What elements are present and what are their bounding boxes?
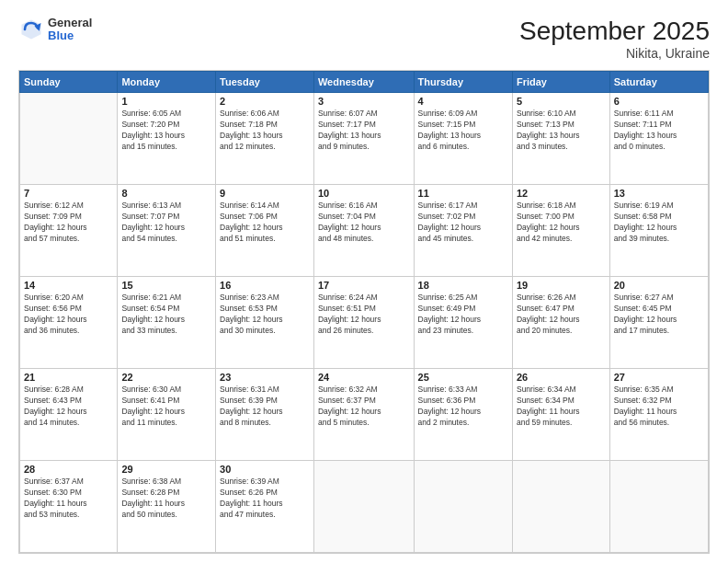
day-info: Sunrise: 6:38 AMSunset: 6:28 PMDaylight:…	[121, 477, 211, 521]
calendar-cell: 26Sunrise: 6:34 AMSunset: 6:34 PMDayligh…	[512, 369, 609, 461]
day-number: 5	[517, 96, 606, 107]
day-number: 4	[418, 96, 508, 107]
day-number: 29	[121, 464, 211, 475]
calendar-cell: 22Sunrise: 6:30 AMSunset: 6:41 PMDayligh…	[118, 369, 216, 461]
day-info: Sunrise: 6:14 AMSunset: 7:06 PMDaylight:…	[220, 201, 310, 245]
column-header-wednesday: Wednesday	[313, 72, 414, 93]
calendar-cell: 2Sunrise: 6:06 AMSunset: 7:18 PMDaylight…	[216, 93, 314, 185]
column-header-tuesday: Tuesday	[216, 72, 314, 93]
day-number: 11	[418, 188, 508, 199]
calendar-cell: 7Sunrise: 6:12 AMSunset: 7:09 PMDaylight…	[20, 185, 118, 277]
logo: General Blue	[18, 17, 92, 43]
day-info: Sunrise: 6:37 AMSunset: 6:30 PMDaylight:…	[24, 477, 113, 521]
day-info: Sunrise: 6:30 AMSunset: 6:41 PMDaylight:…	[121, 385, 211, 429]
day-number: 26	[517, 372, 606, 383]
day-info: Sunrise: 6:06 AMSunset: 7:18 PMDaylight:…	[220, 109, 310, 153]
day-info: Sunrise: 6:26 AMSunset: 6:47 PMDaylight:…	[517, 293, 606, 337]
column-header-monday: Monday	[118, 72, 216, 93]
calendar-cell: 11Sunrise: 6:17 AMSunset: 7:02 PMDayligh…	[414, 185, 512, 277]
day-info: Sunrise: 6:27 AMSunset: 6:45 PMDaylight:…	[614, 293, 704, 337]
title-block: September 2025 Nikita, Ukraine	[519, 17, 710, 61]
day-info: Sunrise: 6:16 AMSunset: 7:04 PMDaylight:…	[318, 201, 410, 245]
week-row-5: 28Sunrise: 6:37 AMSunset: 6:30 PMDayligh…	[20, 461, 709, 553]
day-number: 14	[24, 280, 113, 291]
calendar-cell: 3Sunrise: 6:07 AMSunset: 7:17 PMDaylight…	[313, 93, 414, 185]
day-number: 25	[418, 372, 508, 383]
calendar-cell: 15Sunrise: 6:21 AMSunset: 6:54 PMDayligh…	[118, 277, 216, 369]
calendar-cell	[512, 461, 609, 553]
calendar-cell: 28Sunrise: 6:37 AMSunset: 6:30 PMDayligh…	[20, 461, 118, 553]
column-header-saturday: Saturday	[609, 72, 708, 93]
day-number: 8	[121, 188, 211, 199]
day-info: Sunrise: 6:31 AMSunset: 6:39 PMDaylight:…	[220, 385, 310, 429]
day-info: Sunrise: 6:21 AMSunset: 6:54 PMDaylight:…	[121, 293, 211, 337]
page: General Blue September 2025 Nikita, Ukra…	[0, 0, 728, 563]
calendar-cell: 23Sunrise: 6:31 AMSunset: 6:39 PMDayligh…	[216, 369, 314, 461]
day-number: 2	[220, 96, 310, 107]
calendar-cell: 24Sunrise: 6:32 AMSunset: 6:37 PMDayligh…	[313, 369, 414, 461]
calendar-cell: 4Sunrise: 6:09 AMSunset: 7:15 PMDaylight…	[414, 93, 512, 185]
calendar-cell	[609, 461, 708, 553]
day-number: 24	[318, 372, 410, 383]
header: General Blue September 2025 Nikita, Ukra…	[18, 17, 710, 61]
logo-icon	[18, 17, 44, 42]
calendar-cell: 9Sunrise: 6:14 AMSunset: 7:06 PMDaylight…	[216, 185, 314, 277]
day-info: Sunrise: 6:35 AMSunset: 6:32 PMDaylight:…	[614, 385, 704, 429]
calendar-cell: 25Sunrise: 6:33 AMSunset: 6:36 PMDayligh…	[414, 369, 512, 461]
calendar-table: SundayMondayTuesdayWednesdayThursdayFrid…	[19, 71, 709, 553]
day-number: 12	[517, 188, 606, 199]
day-number: 21	[24, 372, 113, 383]
calendar-cell	[20, 93, 118, 185]
calendar-cell	[414, 461, 512, 553]
day-info: Sunrise: 6:12 AMSunset: 7:09 PMDaylight:…	[24, 201, 113, 245]
day-info: Sunrise: 6:23 AMSunset: 6:53 PMDaylight:…	[220, 293, 310, 337]
calendar-cell: 5Sunrise: 6:10 AMSunset: 7:13 PMDaylight…	[512, 93, 609, 185]
day-info: Sunrise: 6:39 AMSunset: 6:26 PMDaylight:…	[220, 477, 310, 521]
calendar-cell	[313, 461, 414, 553]
day-info: Sunrise: 6:32 AMSunset: 6:37 PMDaylight:…	[318, 385, 410, 429]
column-header-friday: Friday	[512, 72, 609, 93]
day-info: Sunrise: 6:25 AMSunset: 6:49 PMDaylight:…	[418, 293, 508, 337]
calendar-cell: 16Sunrise: 6:23 AMSunset: 6:53 PMDayligh…	[216, 277, 314, 369]
calendar-cell: 10Sunrise: 6:16 AMSunset: 7:04 PMDayligh…	[313, 185, 414, 277]
day-number: 23	[220, 372, 310, 383]
day-number: 16	[220, 280, 310, 291]
day-info: Sunrise: 6:13 AMSunset: 7:07 PMDaylight:…	[121, 201, 211, 245]
day-info: Sunrise: 6:19 AMSunset: 6:58 PMDaylight:…	[614, 201, 704, 245]
calendar-cell: 14Sunrise: 6:20 AMSunset: 6:56 PMDayligh…	[20, 277, 118, 369]
logo-general: General	[48, 17, 92, 29]
day-info: Sunrise: 6:09 AMSunset: 7:15 PMDaylight:…	[418, 109, 508, 153]
calendar-title: September 2025	[519, 17, 710, 46]
day-number: 22	[121, 372, 211, 383]
day-number: 6	[614, 96, 704, 107]
week-row-3: 14Sunrise: 6:20 AMSunset: 6:56 PMDayligh…	[20, 277, 709, 369]
day-number: 15	[121, 280, 211, 291]
day-number: 27	[614, 372, 704, 383]
day-info: Sunrise: 6:10 AMSunset: 7:13 PMDaylight:…	[517, 109, 606, 153]
calendar: SundayMondayTuesdayWednesdayThursdayFrid…	[18, 70, 710, 554]
day-info: Sunrise: 6:34 AMSunset: 6:34 PMDaylight:…	[517, 385, 606, 429]
calendar-cell: 20Sunrise: 6:27 AMSunset: 6:45 PMDayligh…	[609, 277, 708, 369]
day-number: 28	[24, 464, 113, 475]
day-number: 13	[614, 188, 704, 199]
calendar-cell: 21Sunrise: 6:28 AMSunset: 6:43 PMDayligh…	[20, 369, 118, 461]
day-info: Sunrise: 6:17 AMSunset: 7:02 PMDaylight:…	[418, 201, 508, 245]
day-number: 9	[220, 188, 310, 199]
calendar-body: 1Sunrise: 6:05 AMSunset: 7:20 PMDaylight…	[20, 93, 709, 553]
calendar-cell: 18Sunrise: 6:25 AMSunset: 6:49 PMDayligh…	[414, 277, 512, 369]
column-header-sunday: Sunday	[20, 72, 118, 93]
column-header-thursday: Thursday	[414, 72, 512, 93]
day-number: 20	[614, 280, 704, 291]
day-info: Sunrise: 6:18 AMSunset: 7:00 PMDaylight:…	[517, 201, 606, 245]
day-number: 19	[517, 280, 606, 291]
day-info: Sunrise: 6:24 AMSunset: 6:51 PMDaylight:…	[318, 293, 410, 337]
day-number: 3	[318, 96, 410, 107]
logo-blue: Blue	[48, 29, 92, 42]
calendar-subtitle: Nikita, Ukraine	[519, 46, 710, 61]
day-number: 7	[24, 188, 113, 199]
day-info: Sunrise: 6:33 AMSunset: 6:36 PMDaylight:…	[418, 385, 508, 429]
day-info: Sunrise: 6:07 AMSunset: 7:17 PMDaylight:…	[318, 109, 410, 153]
header-row: SundayMondayTuesdayWednesdayThursdayFrid…	[20, 72, 709, 93]
day-number: 17	[318, 280, 410, 291]
calendar-cell: 12Sunrise: 6:18 AMSunset: 7:00 PMDayligh…	[512, 185, 609, 277]
